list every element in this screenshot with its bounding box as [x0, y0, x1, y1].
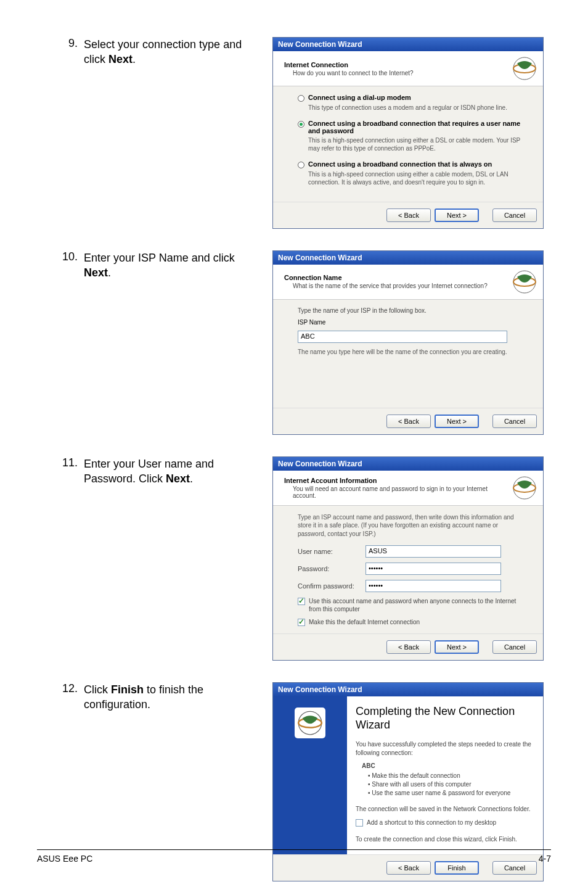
desc-part-a: Enter your ISP Name and click: [84, 252, 235, 264]
checkbox-default[interactable]: Make this the default Internet connectio…: [298, 618, 525, 626]
bullet-item: • Share with all users of this computer: [368, 780, 532, 789]
step-description: Click Finish to finish the configuration…: [84, 682, 253, 712]
sidebar-panel: [273, 696, 347, 854]
header-subtitle: You will need an account name and passwo…: [293, 485, 512, 499]
dialog-connection-type: New Connection Wizard Internet Connectio…: [272, 37, 544, 229]
checkbox-shortcut[interactable]: Add a shortcut to this connection to my …: [356, 819, 532, 827]
next-button[interactable]: Next >: [435, 415, 479, 428]
opt-desc: This is a high-speed connection using ei…: [308, 170, 525, 187]
confirm-password-label: Confirm password:: [298, 582, 365, 590]
desc-bold: Next: [84, 266, 108, 279]
password-input[interactable]: ••••••: [365, 563, 501, 575]
opt-desc: This type of connection uses a modem and…: [308, 104, 525, 112]
desc-part-c: .: [190, 472, 193, 485]
username-label: User name:: [298, 548, 365, 555]
titlebar: New Connection Wizard: [273, 683, 543, 696]
button-row: < Back Next > Cancel: [273, 633, 543, 660]
checkbox-label: Use this account name and password when …: [309, 597, 525, 613]
opt-title: Connect using a dial-up modem: [308, 94, 411, 101]
cancel-button[interactable]: Cancel: [492, 640, 537, 654]
desc-bold: Finish: [111, 683, 144, 696]
cancel-button[interactable]: Cancel: [492, 208, 537, 222]
pass-row: Password: ••••••: [298, 563, 525, 575]
step-text: 9. Select your connection type and click…: [62, 37, 253, 67]
wizard-icon: [512, 270, 537, 294]
step-description: Select your connection type and click Ne…: [84, 37, 253, 67]
checkbox-icon: [298, 619, 305, 626]
bullet-item: • Use the same user name & password for …: [368, 789, 532, 798]
finish-heading: Completing the New Connection Wizard: [356, 705, 532, 732]
wizard-icon: [295, 708, 325, 738]
next-button[interactable]: Next >: [435, 208, 479, 222]
connection-details: ABC • Make this the default connection •…: [368, 762, 532, 798]
conf-row: Confirm password: ••••••: [298, 580, 525, 592]
confirm-password-input[interactable]: ••••••: [365, 580, 501, 592]
dialog-body: Connect using a dial-up modem This type …: [273, 86, 543, 202]
step-description: Enter your User name and Password. Click…: [84, 456, 253, 487]
titlebar: New Connection Wizard: [273, 38, 543, 51]
option-broadband-always[interactable]: Connect using a broadband connection tha…: [298, 160, 525, 187]
header-title: Internet Connection: [284, 61, 348, 68]
prompt-text: Type the name of your ISP in the followi…: [298, 307, 525, 314]
step-number: 9.: [62, 37, 78, 67]
username-input[interactable]: ASUS: [365, 545, 501, 558]
checkbox-icon: [356, 819, 363, 827]
titlebar: New Connection Wizard: [273, 251, 543, 265]
step-10: 10. Enter your ISP Name and click Next. …: [62, 250, 551, 435]
back-button[interactable]: < Back: [386, 415, 431, 428]
wizard-icon: [512, 476, 537, 500]
footer-left: ASUS Eee PC: [37, 854, 92, 864]
step-number: 12.: [62, 682, 78, 712]
button-row: < Back Next > Cancel: [273, 202, 543, 228]
isp-name-label: ISP Name: [298, 319, 525, 326]
option-dialup[interactable]: Connect using a dial-up modem This type …: [298, 94, 525, 112]
step-text: 10. Enter your ISP Name and click Next.: [62, 250, 253, 281]
opt-title: Connect using a broadband connection tha…: [308, 160, 492, 168]
step-description: Enter your ISP Name and click Next.: [84, 250, 253, 281]
isp-name-input[interactable]: ABC: [298, 331, 507, 343]
bullet-item: • Make this the default connection: [368, 772, 532, 780]
password-label: Password:: [298, 565, 365, 572]
saved-text: The connection will be saved in the Netw…: [356, 805, 532, 814]
option-broadband-pw[interactable]: Connect using a broadband connection tha…: [298, 120, 525, 153]
opt-title: Connect using a broadband connection tha…: [308, 120, 525, 134]
header-title: Connection Name: [284, 274, 342, 281]
connection-name: ABC: [362, 762, 532, 770]
step-9: 9. Select your connection type and click…: [62, 37, 551, 229]
desc-bold: Next: [166, 472, 190, 485]
intro-text: You have successfully completed the step…: [356, 740, 532, 757]
desc-part-a: Select your connection type and click: [84, 38, 242, 65]
radio-icon: [298, 162, 304, 168]
header-subtitle: What is the name of the service that pro…: [293, 283, 488, 289]
step-number: 11.: [62, 456, 78, 487]
next-button[interactable]: Next >: [435, 640, 479, 654]
desc-bold: Next: [108, 53, 133, 65]
step-11: 11. Enter your User name and Password. C…: [62, 456, 551, 661]
step-text: 11. Enter your User name and Password. C…: [62, 456, 253, 487]
dialog-connection-name: New Connection Wizard Connection Name Wh…: [272, 250, 544, 435]
desc-part-c: .: [108, 266, 111, 279]
button-row: < Back Next > Cancel: [273, 408, 543, 434]
cancel-button[interactable]: Cancel: [492, 415, 537, 428]
checkbox-label: Make this the default Internet connectio…: [309, 618, 420, 626]
checkbox-anyone[interactable]: Use this account name and password when …: [298, 597, 525, 613]
dialog-header: Internet Connection How do you want to c…: [273, 51, 543, 86]
opt-desc: This is a high-speed connection using ei…: [308, 136, 525, 153]
desc-part-c: .: [133, 53, 136, 65]
back-button[interactable]: < Back: [386, 208, 431, 222]
header-subtitle: How do you want to connect to the Intern…: [293, 70, 414, 76]
dialog-account-info: New Connection Wizard Internet Account I…: [272, 456, 544, 661]
step-text: 12. Click Finish to finish the configura…: [62, 682, 253, 712]
intro-text: Type an ISP account name and password, t…: [298, 513, 525, 538]
checkbox-label: Add a shortcut to this connection to my …: [367, 819, 496, 827]
radio-icon: [298, 95, 304, 102]
desc-part-a: Click: [84, 683, 111, 696]
close-text: To create the connection and close this …: [356, 835, 532, 844]
back-button[interactable]: < Back: [386, 640, 431, 654]
dialog-header: Connection Name What is the name of the …: [273, 265, 543, 300]
radio-icon: [298, 121, 304, 128]
desc-part-a: Enter your User name and Password. Click: [84, 458, 214, 485]
checkbox-icon: [298, 598, 305, 605]
titlebar: New Connection Wizard: [273, 457, 543, 471]
dialog-header: Internet Account Information You will ne…: [273, 471, 543, 506]
